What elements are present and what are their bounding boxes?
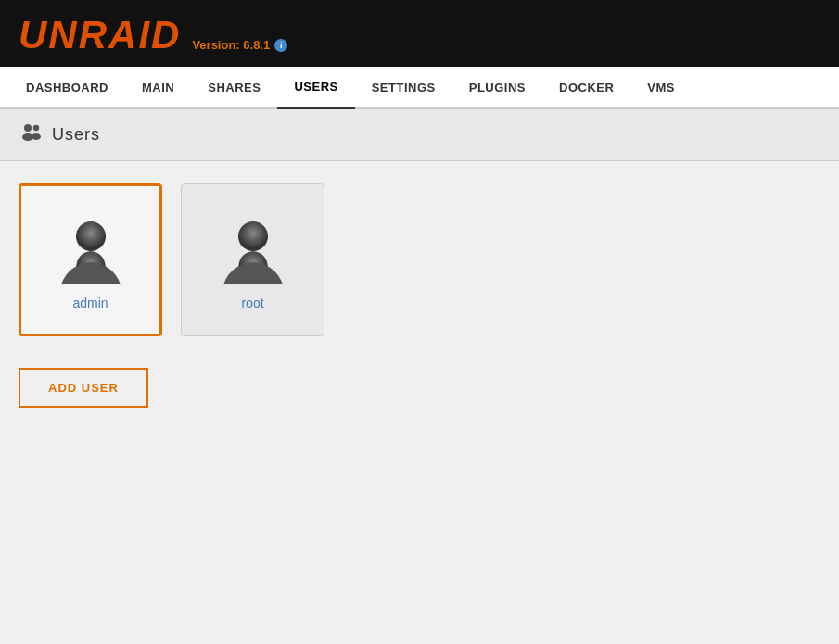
nav: DASHBOARD MAIN SHARES USERS SETTINGS PLU… xyxy=(0,67,839,109)
svg-point-5 xyxy=(238,221,268,251)
info-icon[interactable]: i xyxy=(274,39,287,52)
user-name-admin[interactable]: admin xyxy=(72,296,108,310)
users-section-header: Users xyxy=(0,109,839,161)
content: Users admin xyxy=(0,109,839,445)
header: UNRAID Version: 6.8.1 i xyxy=(0,0,839,67)
version-text: Version: 6.8.1 i xyxy=(192,38,287,52)
nav-item-shares[interactable]: SHARES xyxy=(191,68,277,107)
user-card-root[interactable]: root xyxy=(181,183,324,336)
users-icon xyxy=(19,122,43,147)
users-title: Users xyxy=(52,125,100,145)
version-block: Version: 6.8.1 i xyxy=(192,38,287,57)
user-avatar-root xyxy=(216,212,290,286)
add-user-button[interactable]: ADD USER xyxy=(19,368,148,408)
svg-point-2 xyxy=(33,125,39,131)
nav-item-dashboard[interactable]: DASHBOARD xyxy=(9,68,125,107)
svg-point-3 xyxy=(32,133,41,140)
user-avatar-admin xyxy=(54,212,128,286)
svg-point-4 xyxy=(76,221,106,251)
add-user-section: ADD USER xyxy=(0,359,839,445)
version-label: Version: 6.8.1 xyxy=(192,38,270,52)
nav-item-main[interactable]: MAIN xyxy=(125,68,191,107)
nav-item-users[interactable]: USERS xyxy=(277,67,354,109)
nav-item-vms[interactable]: VMS xyxy=(630,68,692,107)
user-name-root[interactable]: root xyxy=(241,296,263,310)
nav-item-docker[interactable]: DOCKER xyxy=(542,68,630,107)
nav-item-settings[interactable]: SETTINGS xyxy=(355,68,452,107)
svg-point-0 xyxy=(24,124,32,132)
users-grid: admin root xyxy=(0,161,839,359)
logo: UNRAID xyxy=(19,13,181,57)
nav-item-plugins[interactable]: PLUGINS xyxy=(452,68,542,107)
user-card-admin[interactable]: admin xyxy=(19,183,162,336)
